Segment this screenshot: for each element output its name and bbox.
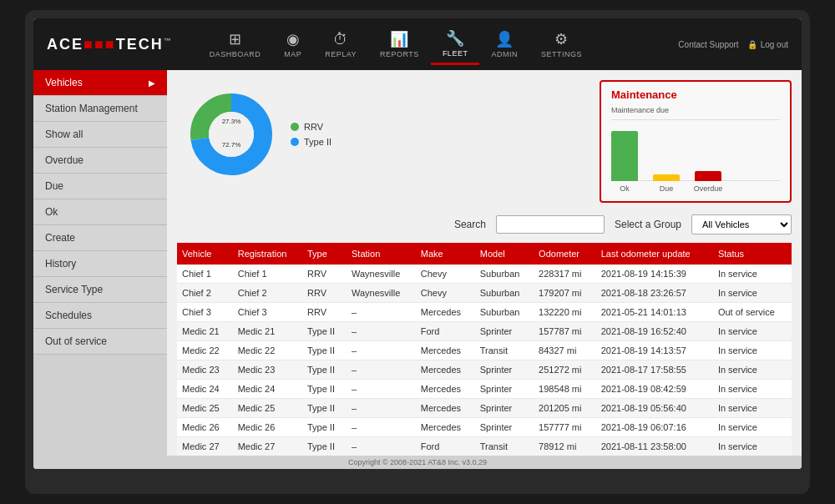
donut-legend: RRV Type II bbox=[291, 122, 331, 147]
table-cell: – bbox=[347, 380, 416, 399]
search-row: Search Select a Group All Vehicles bbox=[177, 214, 792, 234]
bar-ok-rect bbox=[611, 131, 638, 181]
table-cell: 157777 mi bbox=[534, 418, 596, 437]
table-cell: 157787 mi bbox=[534, 322, 596, 341]
sidebar-item-due[interactable]: Due bbox=[33, 174, 167, 199]
nav-admin-label: ADMIN bbox=[491, 50, 518, 58]
table-row[interactable]: Medic 25Medic 25Type II–MercedesSprinter… bbox=[177, 399, 792, 418]
sidebar-item-service-type[interactable]: Service Type bbox=[33, 277, 167, 303]
table-row[interactable]: Medic 22Medic 22Type II–MercedesTransit8… bbox=[177, 341, 792, 360]
logout-label: Log out bbox=[761, 40, 788, 49]
col-last-update: Last odometer update bbox=[596, 243, 713, 265]
status-cell: In service bbox=[713, 341, 792, 360]
table-row[interactable]: Medic 27Medic 27Type II–FordTransit78912… bbox=[177, 437, 792, 456]
table-cell: Type II bbox=[302, 341, 347, 360]
table-row[interactable]: Medic 23Medic 23Type II–MercedesSprinter… bbox=[177, 360, 792, 380]
search-input[interactable] bbox=[496, 215, 605, 234]
dashboard-icon: ⊞ bbox=[229, 30, 241, 48]
table-header: Vehicle Registration Type Station Make M… bbox=[177, 243, 792, 265]
donut-section: 27.3% 72.7% RRV Type II bbox=[177, 80, 340, 189]
table-cell: – bbox=[347, 437, 416, 456]
table-cell: Chevy bbox=[416, 265, 475, 284]
table-cell: 2021-08-19 06:07:16 bbox=[596, 418, 713, 437]
table-cell: 2021-08-19 14:13:57 bbox=[596, 341, 713, 360]
col-station: Station bbox=[347, 243, 416, 265]
status-cell: In service bbox=[713, 437, 792, 456]
header: ACE■■■TECH™ ⊞ DASHBOARD ◉ MAP ⏱ REPLAY 📊 bbox=[33, 18, 802, 70]
table-cell: 132220 mi bbox=[534, 303, 596, 322]
table-cell: Chief 2 bbox=[233, 284, 302, 303]
sidebar-item-station-management[interactable]: Station Management bbox=[33, 96, 167, 122]
table-row[interactable]: Medic 21Medic 21Type II–FordSprinter1577… bbox=[177, 322, 792, 341]
table-cell: – bbox=[347, 303, 416, 322]
nav-dashboard-label: DASHBOARD bbox=[210, 50, 261, 58]
table-cell: Transit bbox=[475, 437, 534, 456]
table-cell: Type II bbox=[302, 418, 347, 437]
nav-reports[interactable]: 📊 REPORTS bbox=[368, 25, 431, 63]
sidebar-overdue-label: Overdue bbox=[45, 154, 84, 166]
contact-support-link[interactable]: Contact Support bbox=[678, 40, 738, 49]
table-row[interactable]: Medic 26Medic 26Type II–MercedesSprinter… bbox=[177, 418, 792, 437]
sidebar-ok-label: Ok bbox=[45, 206, 58, 218]
nav-map[interactable]: ◉ MAP bbox=[272, 25, 313, 63]
table-cell: Type II bbox=[302, 322, 347, 341]
typeii-label: 72.7% bbox=[222, 141, 241, 149]
table-row[interactable]: Medic 24Medic 24Type II–MercedesSprinter… bbox=[177, 380, 792, 399]
sidebar-item-overdue[interactable]: Overdue bbox=[33, 148, 167, 174]
lock-icon: 🔒 bbox=[747, 40, 757, 49]
sidebar-item-vehicles[interactable]: Vehicles ▶ bbox=[33, 70, 167, 96]
table-body: Chief 1Chief 1RRVWaynesvilleChevySuburba… bbox=[177, 265, 792, 456]
table-cell: 179207 mi bbox=[534, 284, 596, 303]
bar-ok-label: Ok bbox=[620, 184, 630, 193]
group-label: Select a Group bbox=[615, 219, 681, 230]
nav-map-label: MAP bbox=[284, 50, 301, 58]
table-cell: Sprinter bbox=[475, 418, 534, 437]
nav-fleet[interactable]: 🔧 FLEET bbox=[431, 24, 480, 65]
sidebar-item-show-all[interactable]: Show all bbox=[33, 122, 167, 148]
nav-settings[interactable]: ⚙ SETTINGS bbox=[529, 25, 594, 63]
sidebar-vehicles-label: Vehicles bbox=[45, 77, 83, 88]
bar-ok: Ok bbox=[611, 131, 638, 181]
rrv-dot bbox=[291, 123, 299, 131]
sidebar: Vehicles ▶ Station Management Show all O… bbox=[33, 70, 167, 456]
nav-replay[interactable]: ⏱ REPLAY bbox=[313, 26, 368, 63]
header-row: Vehicle Registration Type Station Make M… bbox=[177, 243, 792, 265]
table-cell: Medic 27 bbox=[177, 437, 233, 456]
nav-dashboard[interactable]: ⊞ DASHBOARD bbox=[198, 25, 273, 63]
table-cell: 228317 mi bbox=[534, 265, 596, 284]
table-cell: Medic 26 bbox=[177, 418, 233, 437]
sidebar-outofservice-label: Out of service bbox=[45, 335, 107, 347]
sidebar-item-create[interactable]: Create bbox=[33, 225, 167, 251]
group-select[interactable]: All Vehicles bbox=[691, 214, 792, 234]
table-cell: Type II bbox=[302, 437, 347, 456]
sidebar-due-label: Due bbox=[45, 180, 63, 192]
table-cell: Type II bbox=[302, 399, 347, 418]
sidebar-item-out-of-service[interactable]: Out of service bbox=[33, 329, 167, 355]
settings-icon: ⚙ bbox=[554, 30, 568, 48]
main-content: Vehicles ▶ Station Management Show all O… bbox=[33, 70, 802, 456]
table-row[interactable]: Chief 3Chief 3RRV–MercedesSuburban132220… bbox=[177, 303, 792, 322]
sidebar-item-ok[interactable]: Ok bbox=[33, 199, 167, 225]
sidebar-history-label: History bbox=[45, 258, 76, 270]
col-odometer: Odometer bbox=[534, 243, 596, 265]
legend-typeii: Type II bbox=[291, 137, 331, 147]
nav-items: ⊞ DASHBOARD ◉ MAP ⏱ REPLAY 📊 REPORTS 🔧 bbox=[198, 24, 679, 65]
table-row[interactable]: Chief 1Chief 1RRVWaynesvilleChevySuburba… bbox=[177, 265, 792, 284]
table-cell: Mercedes bbox=[416, 303, 475, 322]
nav-admin[interactable]: 👤 ADMIN bbox=[479, 25, 529, 63]
charts-row: 27.3% 72.7% RRV Type II bbox=[177, 80, 792, 203]
table-cell: Type II bbox=[302, 380, 347, 399]
table-cell: Medic 24 bbox=[233, 380, 302, 399]
sidebar-item-history[interactable]: History bbox=[33, 251, 167, 277]
maintenance-box: Maintenance Maintenance due Ok Due bbox=[600, 80, 792, 203]
table-cell: Sprinter bbox=[475, 360, 534, 380]
fleet-icon: 🔧 bbox=[446, 29, 464, 48]
table-row[interactable]: Chief 2Chief 2RRVWaynesvilleChevySuburba… bbox=[177, 284, 792, 303]
sidebar-item-schedules[interactable]: Schedules bbox=[33, 303, 167, 329]
table-cell: Medic 24 bbox=[177, 380, 233, 399]
table-cell: 2021-08-19 16:52:40 bbox=[596, 322, 713, 341]
nav-reports-label: REPORTS bbox=[380, 50, 419, 58]
logout-button[interactable]: 🔒 Log out bbox=[747, 40, 788, 49]
col-model: Model bbox=[475, 243, 534, 265]
table-cell: Sprinter bbox=[475, 380, 534, 399]
